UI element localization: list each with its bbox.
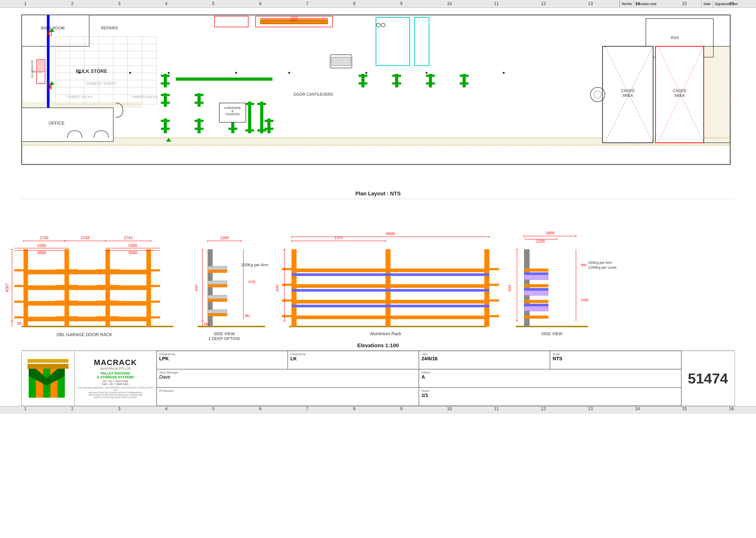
svg-rect-66 [195, 120, 204, 122]
ruler-mark-7: 7 [306, 1, 308, 6]
svg-text:250Kg per Arm: 250Kg per Arm [588, 260, 612, 265]
disclaimer-3: DEVIATIONS FROM THE DRAWING MAY IMPAIR T… [88, 394, 142, 396]
svg-point-114 [365, 72, 367, 74]
plan-svg: BACK ROOM REPAIRS BULK STORE [0, 8, 756, 188]
svg-text:5300: 5300 [128, 243, 137, 248]
svg-rect-52 [460, 75, 468, 77]
svg-text:TIMBER PACKS: TIMBER PACKS [131, 95, 158, 99]
scale-label: Scale [552, 352, 679, 356]
svg-rect-237 [489, 299, 499, 301]
ruler-mark-1: 1 [24, 1, 26, 6]
svg-rect-229 [292, 289, 489, 292]
svg-rect-47 [392, 82, 401, 84]
ruler-bottom: 1 2 3 4 5 6 7 8 9 10 11 12 13 14 15 16 [0, 406, 756, 414]
ruler-mark-9: 9 [400, 1, 402, 6]
svg-rect-140 [15, 269, 24, 271]
svg-rect-197 [208, 295, 227, 299]
svg-rect-193 [208, 299, 227, 302]
ruler-mark-12: 12 [541, 1, 546, 6]
checked-by-label: Checked by [290, 352, 416, 356]
ruler-mark-13: 13 [588, 1, 593, 6]
ruler-mark-5: 5 [212, 1, 214, 6]
svg-rect-96 [258, 130, 266, 132]
ruler-bottom-9: 9 [400, 406, 402, 411]
svg-rect-253 [524, 249, 530, 327]
svg-text:13479: 13479 [290, 18, 298, 21]
svg-point-115 [426, 72, 428, 74]
svg-rect-152 [55, 301, 65, 303]
revision-note-cell: Revision note [634, 0, 701, 8]
ruler-bottom-15: 15 [682, 406, 687, 411]
svg-rect-64 [161, 128, 170, 130]
svg-rect-63 [161, 120, 170, 122]
svg-rect-157 [110, 269, 119, 271]
svg-rect-257 [524, 316, 548, 319]
svg-rect-228 [292, 273, 489, 276]
svg-point-111 [168, 72, 170, 74]
ruler-bottom-12: 12 [541, 406, 546, 411]
sheet-value: 1/1 [421, 393, 679, 398]
svg-rect-151 [69, 285, 78, 287]
svg-rect-38 [331, 57, 351, 66]
svg-rect-124 [49, 85, 51, 88]
svg-rect-154 [55, 316, 65, 318]
elevation-title: Elevations 1:100 [0, 341, 756, 350]
svg-point-113 [288, 72, 290, 74]
svg-rect-161 [110, 301, 119, 303]
disclaimer-2: AND MUST NOT BE COPIED WITHOUT PERMISSIO… [88, 391, 143, 394]
svg-rect-148 [55, 269, 65, 271]
svg-text:CAGED: CAGED [673, 89, 686, 93]
svg-rect-260 [524, 304, 548, 306]
svg-text:6500: 6500 [386, 232, 395, 236]
ruler-bottom-7: 7 [306, 406, 308, 411]
svg-rect-59 [195, 94, 204, 96]
svg-rect-70 [228, 128, 237, 130]
svg-text:4267: 4267 [5, 284, 9, 292]
ruler-mark-6: 6 [259, 1, 261, 6]
designed-by-value: LPK [159, 356, 285, 361]
svg-text:DOOR CANTILEVERS: DOOR CANTILEVERS [294, 92, 333, 96]
ruler-bottom-1: 1 [24, 406, 26, 411]
drawing-number: 51474 [688, 370, 728, 387]
svg-rect-143 [15, 316, 24, 318]
svg-text:2743: 2743 [124, 236, 132, 240]
ph-number-label: Ph Number [159, 389, 416, 393]
svg-text:ALUMINIUM: ALUMINIUM [30, 61, 34, 78]
ruler-mark-11: 11 [494, 1, 499, 6]
svg-text:1200: 1200 [220, 236, 229, 240]
svg-rect-150 [55, 285, 65, 287]
svg-rect-226 [386, 300, 489, 303]
svg-rect-137 [24, 317, 151, 321]
svg-text:AREA: AREA [623, 93, 633, 98]
svg-text:COUNTER: COUNTER [225, 113, 240, 116]
svg-rect-57 [161, 102, 170, 104]
ruler-mark-8: 8 [353, 1, 355, 6]
plan-title: Plan Layout : NTS [0, 188, 756, 199]
svg-rect-80 [37, 60, 45, 72]
ruler-top: 1 2 3 4 5 6 7 8 9 10 11 12 13 14 15 16 R… [0, 0, 756, 8]
svg-point-116 [503, 72, 505, 74]
svg-rect-91 [248, 102, 251, 133]
svg-rect-233 [282, 299, 292, 301]
svg-rect-221 [292, 284, 390, 288]
svg-rect-230 [292, 305, 489, 307]
svg-text:3266: 3266 [581, 298, 588, 302]
svg-rect-218 [386, 249, 390, 327]
ruler-mark-4: 4 [165, 1, 167, 6]
svg-rect-259 [524, 288, 548, 291]
svg-text:100Kg per Arm: 100Kg per Arm [241, 263, 268, 267]
ruler-mark-10: 10 [447, 1, 452, 6]
svg-rect-93 [245, 130, 254, 132]
checked-by-cell: Checked by LK [288, 351, 419, 369]
svg-rect-145 [151, 285, 160, 287]
ruler-mark-2: 2 [71, 1, 73, 6]
svg-text:OFFICE: OFFICE [49, 121, 65, 126]
ruler-bottom-14: 14 [635, 406, 640, 411]
svg-rect-46 [392, 75, 401, 77]
svg-rect-220 [292, 269, 390, 272]
svg-rect-56 [161, 94, 170, 96]
svg-rect-147 [151, 316, 160, 318]
edition-cell: Edition A [419, 369, 681, 388]
svg-rect-72 [264, 120, 273, 122]
svg-rect-258 [524, 273, 548, 275]
